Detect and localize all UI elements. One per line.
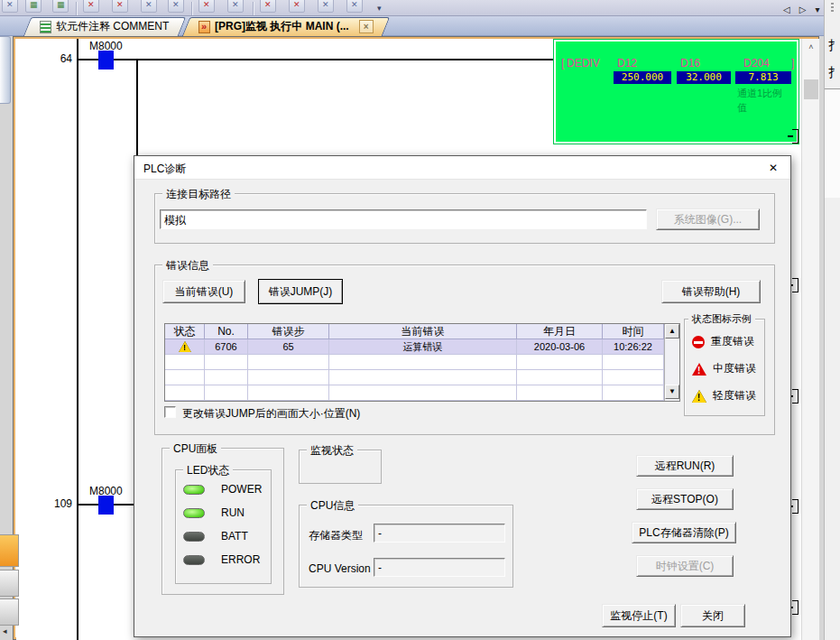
tab-scroll-right-icon[interactable]: ▷ — [799, 5, 807, 14]
toolbar-icon[interactable] — [52, 0, 69, 13]
toolbar-icon[interactable] — [83, 0, 99, 13]
toolbar-icon[interactable] — [289, 0, 305, 13]
monitored-instruction-block[interactable]: [ DEDIV D12 D16 D204 ] 250.000 32.000 7.… — [553, 39, 799, 144]
dialog-close-icon[interactable]: ✕ — [764, 160, 782, 176]
error-table[interactable]: 状态 No. 错误步 当前错误 年月日 时间 6706 65 运算错误 2020… — [164, 323, 680, 402]
dialog-title: PLC诊断 — [143, 162, 186, 177]
toolbar-icon[interactable] — [318, 0, 334, 13]
device-comment: 值 — [737, 101, 747, 115]
cpu-panel-group: CPU面板 LED状态 POWER RUN BATT ERROR — [162, 448, 284, 595]
batt-led-off-icon — [183, 532, 205, 542]
group-label: 连接目标路径 — [162, 187, 235, 202]
error-row-cell[interactable]: 2020-03-06 — [517, 339, 603, 355]
remote-run-button[interactable]: 远程RUN(R) — [636, 455, 734, 477]
side-dock-button[interactable] — [0, 570, 19, 597]
current-error-button[interactable]: 当前错误(U) — [162, 280, 245, 303]
column-header[interactable]: 当前错误 — [329, 324, 517, 339]
cpu-version-field: - — [374, 558, 505, 577]
tab-device-comment[interactable]: 软元件注释 COMMENT — [27, 17, 182, 36]
toolbar-icon[interactable] — [25, 0, 42, 13]
checkbox-label: 更改错误JUMP后的画面大小·位置(N) — [182, 406, 360, 422]
pane-text: 扌 — [828, 38, 840, 54]
toolbar-icon[interactable] — [198, 0, 215, 13]
scrollbar-thumb[interactable] — [804, 79, 818, 99]
connection-path-field[interactable]: 模拟 — [160, 209, 647, 229]
table-scroll-up-icon[interactable]: ▲ — [665, 324, 679, 339]
group-label: LED状态 — [183, 463, 233, 478]
right-dock-pane: 扌 扌 — [824, 0, 840, 640]
rung-continuation-bracket — [792, 278, 798, 292]
contact-m8000-on[interactable] — [98, 496, 114, 515]
left-dock-panel — [0, 36, 11, 104]
legend-item-severe: 重度错误 — [692, 334, 754, 349]
memory-type-label: 存储器类型 — [309, 528, 363, 543]
column-header[interactable]: 错误步 — [248, 324, 329, 339]
column-header[interactable]: 年月日 — [517, 324, 603, 339]
column-header[interactable]: No. — [205, 324, 248, 339]
rung-continuation-bracket — [792, 600, 798, 615]
editor-vertical-scrollbar[interactable]: ˄ — [801, 39, 819, 640]
tab-close-icon[interactable]: × — [359, 20, 374, 33]
monitor-stop-button[interactable]: 监视停止(T) — [602, 604, 676, 627]
scroll-up-icon[interactable]: ˄ — [802, 39, 820, 55]
legend-item-minor: 轻度错误 — [692, 388, 756, 403]
tab-list-dropdown-icon[interactable]: ▾ — [815, 5, 819, 14]
connection-path-group: 连接目标路径 模拟 系统图像(G)... — [154, 193, 775, 244]
group-label: 错误信息 — [162, 258, 213, 274]
toolbar-separator — [191, 2, 192, 16]
rung-continuation-bracket — [792, 389, 798, 403]
toolbar-separator — [253, 2, 254, 16]
side-scroll-arrow-icon[interactable]: ◂ — [3, 626, 7, 635]
system-image-button[interactable]: 系统图像(G)... — [656, 209, 760, 230]
contact-m8000-on[interactable] — [98, 51, 114, 70]
branch-wire — [136, 59, 138, 156]
toolbar-icon[interactable] — [346, 0, 363, 13]
error-row-cell[interactable]: 运算错误 — [329, 339, 517, 355]
rung-wire — [77, 59, 558, 60]
cpu-version-label: CPU Version — [309, 562, 371, 575]
toolbar: ▾ ◁ ▷ ▾ — [0, 0, 824, 16]
side-dock-button[interactable] — [0, 534, 19, 567]
rung-number: 109 — [36, 497, 72, 510]
column-header[interactable]: 时间 — [603, 324, 664, 339]
group-label: 监视状态 — [307, 443, 357, 459]
toolbar-icon[interactable] — [2, 0, 18, 13]
toolbar-icon[interactable] — [112, 0, 128, 13]
comment-document-icon — [40, 21, 51, 33]
dock-grip[interactable] — [831, 3, 834, 14]
operand-device: D12 — [617, 57, 637, 70]
error-row-cell[interactable]: 65 — [248, 339, 329, 355]
monitor-status-group: 监视状态 — [299, 450, 382, 484]
operand-device: D204 — [743, 57, 770, 70]
resize-after-jump-checkbox[interactable] — [164, 406, 176, 418]
clock-setting-button[interactable]: 时钟设置(C) — [636, 555, 734, 577]
minor-error-icon — [179, 341, 191, 352]
program-monitor-icon — [198, 21, 210, 33]
error-jump-button[interactable]: 错误JUMP(J) — [258, 279, 343, 304]
side-dock-button[interactable] — [0, 598, 19, 626]
error-row-status-cell[interactable] — [165, 339, 205, 355]
table-scrollbar[interactable]: ▲ ▼ — [664, 324, 679, 401]
led-row: RUN — [183, 506, 245, 519]
toolbar-icon[interactable] — [168, 0, 184, 13]
toolbar-icon[interactable] — [141, 0, 157, 13]
dialog-title-bar[interactable]: PLC诊断 ✕ — [134, 156, 790, 180]
close-button[interactable]: 关闭 — [680, 604, 745, 627]
toolbar-icon[interactable] — [260, 0, 276, 13]
open-bracket: [ — [561, 57, 564, 70]
tab-scroll-left-icon[interactable]: ◁ — [783, 5, 790, 14]
error-row-cell[interactable]: 10:26:22 — [603, 339, 664, 355]
plc-memory-clear-button[interactable]: PLC存储器清除(P) — [632, 522, 736, 543]
error-help-button[interactable]: 错误帮助(H) — [661, 280, 761, 303]
column-header[interactable]: 状态 — [165, 324, 205, 339]
close-bracket: ] — [791, 57, 794, 70]
toolbar-overflow-icon[interactable]: ▾ — [377, 4, 382, 13]
led-row: ERROR — [183, 553, 260, 566]
operand-monitor-value: 7.813 — [735, 71, 791, 84]
table-scroll-down-icon[interactable]: ▼ — [665, 385, 679, 399]
error-row-cell[interactable]: 6706 — [205, 339, 248, 355]
tab-prg-monitor-main[interactable]: [PRG]监视 执行中 MAIN (... × — [186, 17, 386, 36]
memory-type-field: - — [374, 524, 505, 543]
toolbar-icon[interactable] — [227, 0, 244, 13]
remote-stop-button[interactable]: 远程STOP(O) — [636, 488, 734, 510]
